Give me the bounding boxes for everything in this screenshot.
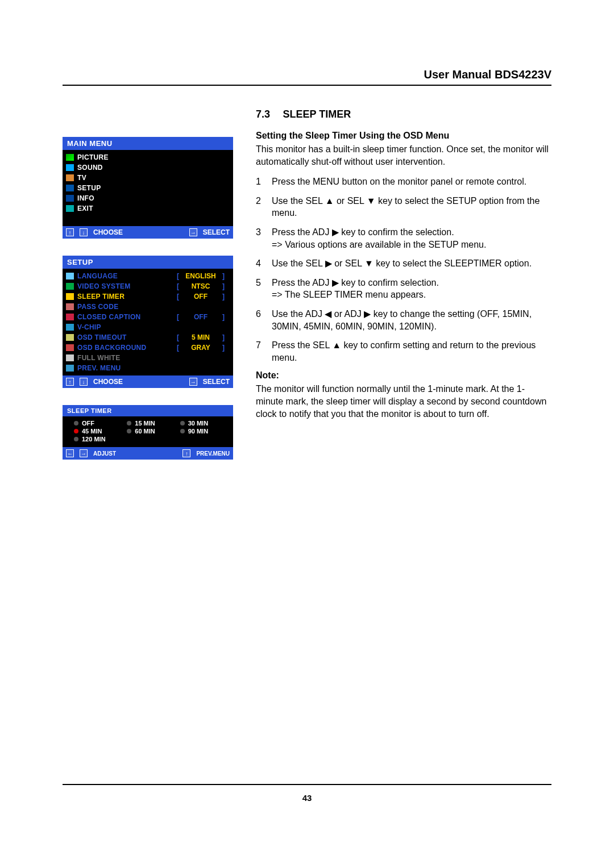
- osd-sleep-timer-footer: ← → ADJUST ↑ PREV.MENU: [63, 447, 233, 460]
- menu-item-label: CLOSED CAPTION: [77, 313, 175, 321]
- menu-item-label: SOUND: [77, 164, 226, 172]
- setup-menu-item: OSD TIMEOUT[5 MIN]: [63, 332, 230, 343]
- menu-item-icon: [66, 354, 74, 361]
- menu-item-icon: [66, 344, 74, 351]
- menu-item-label: SETUP: [77, 184, 226, 192]
- menu-item-icon: [66, 365, 74, 372]
- menu-item-value: GRAY: [181, 344, 221, 352]
- setup-menu-item: PASS CODE: [63, 302, 230, 312]
- menu-item-icon: [66, 154, 74, 161]
- radio-dot-icon: [180, 429, 185, 433]
- main-menu-item: SOUND: [63, 162, 230, 173]
- step-item: 3Press the ADJ ▶ key to confirm the sele…: [256, 226, 551, 251]
- menu-item-value: OFF: [181, 313, 221, 321]
- menu-item-icon: [66, 303, 74, 310]
- select-label: SELECT: [203, 228, 230, 236]
- menu-item-value: 5 MIN: [181, 333, 221, 341]
- arrow-right-icon: →: [189, 378, 197, 386]
- menu-item-label: EXIT: [77, 205, 226, 212]
- bracket-close: ]: [221, 313, 226, 321]
- page-number: 43: [302, 793, 312, 803]
- sleep-timer-option: 120 MIN: [74, 436, 122, 443]
- menu-item-label: FULL WHITE: [77, 354, 226, 362]
- radio-dot-icon: [180, 421, 185, 425]
- step-item: 2Use the SEL ▲ or SEL ▼ key to select th…: [256, 195, 551, 219]
- setup-menu-item: FULL WHITE: [63, 353, 230, 363]
- radio-dot-icon: [127, 429, 131, 433]
- sleep-timer-option: OFF: [74, 420, 122, 427]
- osd-screenshots-column: MAIN MENU PICTURESOUNDTVSETUPINFOEXIT ↑ …: [63, 108, 233, 477]
- menu-item-value: ENGLISH: [181, 272, 221, 280]
- bracket-open: [: [175, 293, 181, 301]
- menu-item-icon: [66, 164, 74, 171]
- arrow-down-icon: ↓: [80, 378, 88, 386]
- select-label: SELECT: [203, 378, 230, 386]
- menu-item-label: VIDEO SYSTEM: [77, 282, 175, 290]
- bracket-close: ]: [221, 272, 226, 280]
- setup-menu-item: PREV. MENU: [63, 363, 230, 373]
- menu-item-icon: [66, 273, 74, 279]
- menu-item-label: OSD TIMEOUT: [77, 333, 175, 341]
- bracket-close: ]: [221, 282, 226, 290]
- choose-label: CHOOSE: [93, 378, 123, 386]
- menu-item-icon: [66, 185, 74, 191]
- arrow-up-icon: ↑: [66, 378, 74, 386]
- main-menu-item: EXIT: [63, 203, 230, 214]
- osd-sleep-timer-title: SLEEP TIMER: [63, 405, 233, 416]
- option-label: 45 MIN: [82, 428, 102, 435]
- step-text: Use the SEL ▶ or SEL ▼ key to select the…: [272, 257, 532, 270]
- step-text: Press the ADJ ▶ key to confirm the selec…: [272, 226, 486, 251]
- osd-setup-menu-title: SETUP: [63, 256, 233, 269]
- note-text: The monitor will function normally until…: [256, 383, 551, 420]
- main-menu-item: PICTURE: [63, 152, 230, 162]
- page-header-title: User Manual BDS4223V: [63, 68, 551, 85]
- setup-menu-item: CLOSED CAPTION[OFF]: [63, 312, 230, 322]
- menu-item-value: OFF: [181, 293, 221, 301]
- menu-item-icon: [66, 334, 74, 341]
- menu-item-label: V-CHIP: [77, 323, 226, 331]
- bracket-open: [: [175, 333, 181, 341]
- bracket-close: ]: [221, 344, 226, 352]
- step-number: 1: [256, 176, 264, 188]
- step-text: Press the SEL ▲ key to confirm setting a…: [272, 339, 551, 364]
- section-subhead: Setting the Sleep Timer Using the OSD Me…: [256, 131, 551, 141]
- intro-paragraph: This monitor has a built-in sleep timer …: [256, 143, 551, 168]
- step-number: 4: [256, 257, 264, 270]
- step-text: Press the ADJ ▶ key to confirm selection…: [272, 277, 439, 301]
- option-label: 60 MIN: [135, 428, 155, 435]
- menu-item-label: TV: [77, 174, 226, 182]
- osd-main-menu: MAIN MENU PICTURESOUNDTVSETUPINFOEXIT ↑ …: [63, 137, 233, 239]
- menu-item-icon: [66, 195, 74, 202]
- arrow-down-icon: ↓: [80, 228, 88, 236]
- menu-item-label: LANGUAGE: [77, 272, 175, 280]
- setup-menu-item: VIDEO SYSTEM[NTSC]: [63, 281, 230, 291]
- arrow-up-icon: ↑: [182, 449, 190, 457]
- step-text: Use the SEL ▲ or SEL ▼ key to select the…: [272, 195, 551, 219]
- choose-label: CHOOSE: [93, 228, 123, 236]
- menu-item-value: NTSC: [181, 282, 221, 290]
- step-number: 3: [256, 226, 264, 251]
- bracket-open: [: [175, 344, 181, 352]
- adjust-label: ADJUST: [93, 450, 116, 457]
- setup-menu-item: OSD BACKGROUND[GRAY]: [63, 343, 230, 353]
- menu-item-label: INFO: [77, 194, 226, 202]
- sleep-timer-option: 15 MIN: [127, 420, 175, 427]
- sleep-timer-option: 30 MIN: [180, 420, 229, 427]
- osd-sleep-timer-menu: SLEEP TIMER OFF15 MIN30 MIN45 MIN60 MIN9…: [63, 405, 233, 460]
- osd-setup-menu: SETUP LANGUAGE[ENGLISH]VIDEO SYSTEM[NTSC…: [63, 256, 233, 388]
- radio-dot-icon: [74, 429, 78, 433]
- content-column: 7.3 SLEEP TIMER Setting the Sleep Timer …: [256, 108, 551, 477]
- bracket-open: [: [175, 272, 181, 280]
- arrow-right-icon: →: [189, 228, 197, 236]
- arrow-right-icon: →: [80, 449, 88, 457]
- radio-dot-icon: [74, 421, 78, 425]
- step-text: Use the ADJ ◀ or ADJ ▶ key to change the…: [272, 308, 551, 332]
- bracket-open: [: [175, 282, 181, 290]
- step-item: 5Press the ADJ ▶ key to confirm selectio…: [256, 277, 551, 301]
- arrow-up-icon: ↑: [66, 228, 74, 236]
- option-label: 30 MIN: [188, 420, 208, 427]
- menu-item-label: PREV. MENU: [77, 364, 226, 372]
- osd-main-menu-footer: ↑ ↓ CHOOSE → SELECT: [63, 226, 233, 239]
- step-item: 1Press the MENU button on the monitor pa…: [256, 176, 551, 188]
- setup-menu-item: SLEEP TIMER[OFF]: [63, 291, 230, 302]
